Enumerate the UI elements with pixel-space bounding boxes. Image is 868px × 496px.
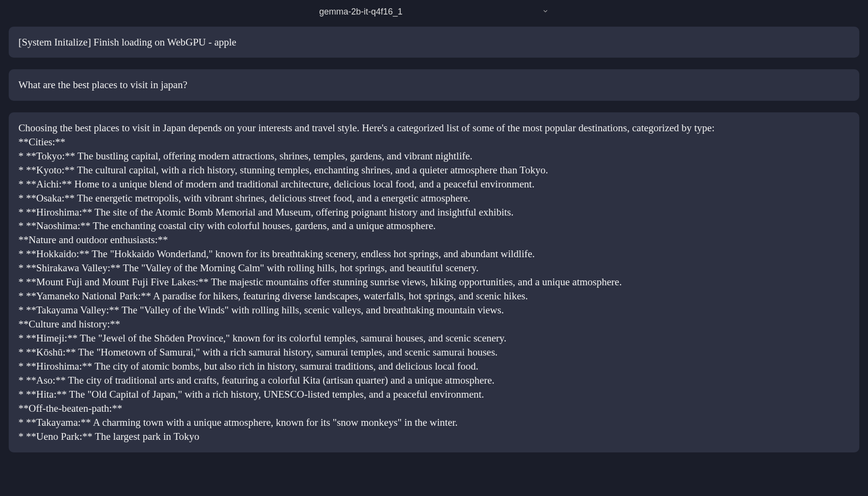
model-selector[interactable]: gemma-2b-it-q4f16_1 — [0, 0, 868, 24]
message-container: [System Initalize] Finish loading on Web… — [0, 27, 868, 452]
response-message-text: Choosing the best places to visit in Jap… — [18, 122, 714, 442]
user-message: What are the best places to visit in jap… — [9, 69, 859, 100]
system-message-text: [System Initalize] Finish loading on Web… — [18, 36, 236, 48]
user-message-text: What are the best places to visit in jap… — [18, 79, 187, 91]
chevron-down-icon — [542, 8, 549, 16]
system-message: [System Initalize] Finish loading on Web… — [9, 27, 859, 58]
model-name-label: gemma-2b-it-q4f16_1 — [319, 7, 403, 17]
response-message: Choosing the best places to visit in Jap… — [9, 112, 859, 452]
